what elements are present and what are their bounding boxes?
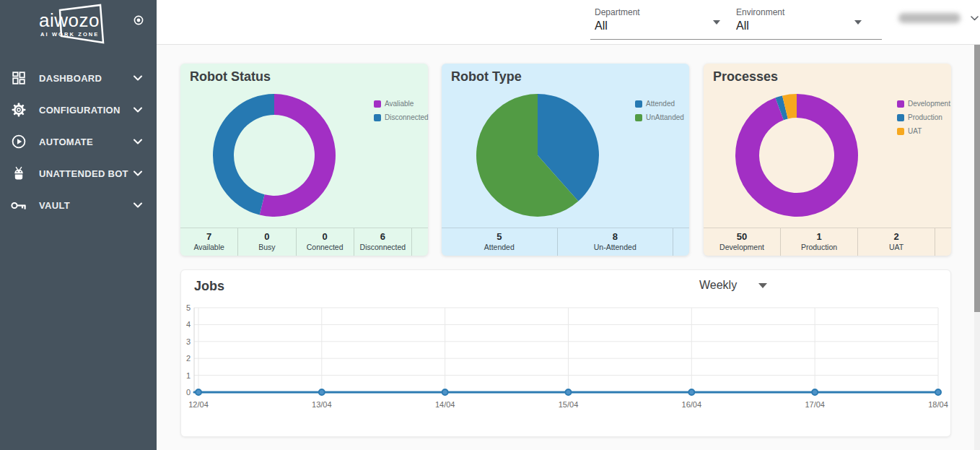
card-title: Jobs xyxy=(194,279,224,294)
card-title: Processes xyxy=(713,69,778,85)
sidebar-item-label: CONFIGURATION xyxy=(39,105,134,116)
svg-text:5: 5 xyxy=(186,303,191,312)
interval-select[interactable]: Weekly xyxy=(699,279,767,292)
stat-cell: 0 Connected xyxy=(297,228,354,256)
scrollbar-thumb[interactable] xyxy=(974,45,980,312)
legend-swatch xyxy=(897,114,904,121)
brand-name: aiwozo xyxy=(39,9,100,32)
chevron-down-icon xyxy=(134,139,142,144)
svg-text:3: 3 xyxy=(186,337,191,346)
sidebar-item-vault[interactable]: VAULT xyxy=(0,189,157,221)
sidebar-item-unattended-bot[interactable]: UNATTENDED BOT xyxy=(0,157,157,189)
sidebar-toggle-icon[interactable] xyxy=(133,14,144,26)
chevron-down-icon xyxy=(971,16,979,21)
svg-text:1: 1 xyxy=(186,371,191,380)
environment-select[interactable]: Environment All xyxy=(736,6,866,39)
svg-text:17/04: 17/04 xyxy=(805,400,825,409)
svg-text:12/04: 12/04 xyxy=(188,400,209,409)
sidebar-item-label: VAULT xyxy=(39,200,134,211)
sidebar-item-configuration[interactable]: CONFIGURATION xyxy=(0,94,157,126)
user-menu[interactable] xyxy=(898,13,979,23)
sidebar: aiwozo AI WORK ZONE DASHBOARD xyxy=(0,0,157,450)
legend-swatch xyxy=(374,100,381,108)
stat-cell: 6 Disconnected xyxy=(354,228,412,256)
robot-icon xyxy=(10,166,27,181)
chevron-down-icon xyxy=(134,75,142,81)
legend-swatch xyxy=(897,100,904,108)
legend-item: Attended xyxy=(635,100,684,108)
dashboard-icon xyxy=(10,72,27,85)
chart-legend: Development Production UAT xyxy=(897,100,950,141)
stat-cell: 0 Busy xyxy=(238,228,296,256)
brand-tagline: AI WORK ZONE xyxy=(40,31,99,38)
stat-cell: 1 Production xyxy=(781,228,858,256)
department-select-value: All xyxy=(595,20,725,33)
card-title: Robot Status xyxy=(190,69,271,85)
svg-text:16/04: 16/04 xyxy=(682,400,702,409)
interval-select-value: Weekly xyxy=(699,279,737,292)
dropdown-caret-icon xyxy=(758,283,767,288)
svg-text:18/04: 18/04 xyxy=(928,400,948,409)
processes-card: Processes Development Production UAT 50 xyxy=(704,64,951,256)
stat-cell: 7 Available xyxy=(180,228,238,256)
svg-text:14/04: 14/04 xyxy=(435,400,455,409)
department-select[interactable]: Department All xyxy=(595,6,725,39)
department-select-label: Department xyxy=(595,7,725,17)
robot-status-card: Robot Status Avaliable Disconnected 7 Av… xyxy=(180,64,428,256)
main-content: Robot Status Avaliable Disconnected 7 Av… xyxy=(157,45,980,450)
jobs-card: Jobs Weekly 01234512/0413/0414/0415/0416… xyxy=(180,269,951,437)
svg-text:4: 4 xyxy=(186,320,191,329)
legend-swatch xyxy=(635,114,642,121)
svg-text:2: 2 xyxy=(186,354,191,363)
environment-select-value: All xyxy=(736,20,866,33)
legend-item: Development xyxy=(897,100,950,108)
sidebar-item-automate[interactable]: AUTOMATE xyxy=(0,126,157,157)
svg-text:15/04: 15/04 xyxy=(559,400,579,409)
filter-group: Department All Environment All xyxy=(590,6,882,40)
key-icon xyxy=(10,200,27,211)
stats-row: 7 Available 0 Busy 0 Connected 6 Disconn… xyxy=(180,228,428,256)
topbar: Department All Environment All xyxy=(157,0,980,45)
chart-legend: Avaliable Disconnected xyxy=(374,100,429,127)
legend-item: UAT xyxy=(897,127,950,135)
app-root: aiwozo AI WORK ZONE DASHBOARD xyxy=(0,0,980,450)
chevron-down-icon xyxy=(134,107,142,113)
legend-item: Disconnected xyxy=(374,113,429,121)
chevron-down-icon xyxy=(134,170,142,176)
legend-swatch xyxy=(635,100,642,108)
legend-swatch xyxy=(374,114,381,121)
chevron-down-icon xyxy=(134,202,142,208)
play-circle-icon xyxy=(10,134,27,149)
sidebar-item-dashboard[interactable]: DASHBOARD xyxy=(0,62,157,94)
brand-logo: aiwozo AI WORK ZONE xyxy=(0,0,157,70)
legend-item: Production xyxy=(897,113,950,121)
robot-type-pie-chart xyxy=(442,64,689,228)
sidebar-item-label: AUTOMATE xyxy=(39,137,134,147)
chart-legend: Attended UnAttanded xyxy=(635,100,684,127)
user-name-redacted xyxy=(898,13,961,23)
sidebar-item-label: DASHBOARD xyxy=(39,73,134,84)
robot-type-card: Robot Type Attended UnAttanded 5 Attende… xyxy=(442,64,689,256)
legend-swatch xyxy=(897,128,904,135)
sidebar-nav: DASHBOARD xyxy=(0,62,157,221)
gear-icon xyxy=(10,103,27,117)
sidebar-item-label: UNATTENDED BOT xyxy=(39,168,134,179)
svg-text:0: 0 xyxy=(186,388,191,397)
scrollbar-track[interactable] xyxy=(974,45,980,450)
stats-row: 50 Development 1 Production 2 UAT xyxy=(704,228,951,256)
jobs-line-chart: 01234512/0413/0414/0415/0416/0417/0418/0… xyxy=(181,300,952,423)
stats-row: 5 Attended 8 Un-Attended xyxy=(442,228,689,256)
processes-donut-chart xyxy=(704,64,951,228)
dropdown-caret-icon xyxy=(854,20,862,25)
stat-cell: 8 Un-Attended xyxy=(558,228,674,256)
robot-status-donut-chart xyxy=(180,64,428,228)
environment-select-label: Environment xyxy=(736,7,866,17)
legend-item: Avaliable xyxy=(374,100,429,108)
stat-cell: 50 Development xyxy=(704,228,781,256)
legend-item: UnAttanded xyxy=(635,113,684,121)
svg-text:13/04: 13/04 xyxy=(312,400,332,409)
card-title: Robot Type xyxy=(451,69,522,85)
dropdown-caret-icon xyxy=(713,20,720,25)
stat-cell: 2 UAT xyxy=(858,228,935,256)
stat-cell: 5 Attended xyxy=(442,228,558,256)
